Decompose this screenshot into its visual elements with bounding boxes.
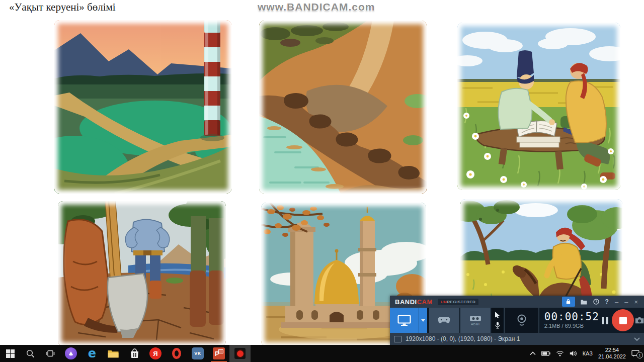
- bandicam-panel: BANDICAM UNREGISTERED ? – – ×: [390, 296, 644, 345]
- system-tray: КАЗ 22:54 21.04.2022 1: [530, 347, 644, 360]
- capture-device-icon: [469, 315, 481, 322]
- taskbar-item-file-explorer[interactable]: [103, 345, 124, 362]
- region-rectangle-icon: [394, 336, 401, 342]
- clock-date: 21.04.2022: [598, 353, 626, 360]
- schedule-clock-button[interactable]: [593, 299, 599, 305]
- windows-logo-icon: [6, 349, 15, 358]
- windows-taskbar: e Я VK: [0, 345, 644, 362]
- taskbar-item-edge[interactable]: e: [82, 345, 103, 362]
- stop-recording-button[interactable]: [612, 309, 634, 331]
- task-view-button[interactable]: [40, 345, 60, 362]
- file-explorer-icon: [108, 349, 119, 358]
- lock-button[interactable]: [562, 297, 575, 307]
- bandicam-app-icon: [234, 348, 246, 359]
- webcam-preview-button[interactable]: [504, 308, 539, 333]
- screen-recording-mode-button[interactable]: [390, 308, 419, 333]
- microsoft-store-icon: [130, 348, 139, 358]
- pause-button[interactable]: [599, 308, 611, 333]
- illustration-reading-scene: [457, 23, 620, 190]
- volume-status[interactable]: [570, 350, 577, 356]
- unregistered-badge: UNREGISTERED: [438, 299, 479, 305]
- opera-browser-icon: [172, 348, 181, 359]
- wifi-icon: [556, 350, 564, 356]
- help-button[interactable]: ?: [605, 298, 609, 305]
- task-view-icon: [46, 350, 55, 357]
- bandicam-titlebar: BANDICAM UNREGISTERED ? – – ×: [390, 296, 644, 308]
- shovel-scene-art: [58, 201, 226, 346]
- slide-title: «Уақыт керуені» бөлімі: [9, 1, 116, 14]
- bandicam-watermark: www.BANDICAM.com: [258, 1, 375, 13]
- edge-browser-icon: e: [88, 347, 96, 359]
- taskbar-item-vk[interactable]: VK: [187, 345, 208, 362]
- taskbar-item-store[interactable]: [124, 345, 145, 362]
- game-recording-mode-button[interactable]: [429, 308, 459, 333]
- speaker-icon: [570, 350, 577, 356]
- minimize-to-tray-button[interactable]: –: [615, 299, 618, 305]
- mouse-cursor-icon[interactable]: [495, 312, 500, 318]
- illustration-milepost-landscape: [54, 20, 231, 194]
- screenshot-button[interactable]: [635, 308, 644, 333]
- start-button[interactable]: [0, 345, 20, 362]
- device-recording-mode-button[interactable]: HDMI: [460, 308, 491, 333]
- battery-icon: [541, 351, 550, 356]
- chevron-up-icon: [530, 351, 536, 355]
- recording-status: 00:00:52 2.1MB / 69.9GB: [539, 308, 599, 333]
- capture-region-info: 1920x1080 - (0, 0), (1920, 1080) - Экран…: [406, 335, 520, 342]
- clock-time: 22:54: [598, 347, 626, 353]
- notification-badge: 1: [636, 352, 643, 358]
- microphone-icon[interactable]: [495, 322, 500, 329]
- monitor-icon: [397, 315, 411, 326]
- hdmi-label: HDMI: [471, 323, 479, 326]
- desktop-screen: «Уақыт керуені» бөлімі www.BANDICAM.com: [0, 0, 644, 362]
- io-icons-column: [492, 308, 504, 333]
- reading-scene-art: [457, 23, 620, 190]
- taskbar-item-alice[interactable]: [60, 345, 82, 362]
- riverbank-art: [259, 21, 427, 194]
- left-boot: [64, 220, 108, 325]
- taskbar-clock[interactable]: 22:54 21.04.2022: [598, 347, 626, 360]
- alice-assistant-icon: [65, 347, 77, 359]
- yandex-browser-icon: Я: [149, 347, 162, 359]
- battery-status[interactable]: [541, 351, 550, 356]
- open-folder-button[interactable]: [581, 299, 587, 305]
- expand-chevron-icon[interactable]: [634, 337, 640, 341]
- search-icon: [26, 349, 35, 358]
- close-button[interactable]: ×: [634, 299, 638, 305]
- taskbar-item-bandicam[interactable]: [229, 345, 251, 362]
- camera-icon: [635, 316, 644, 324]
- illustration-shovel-scene: [58, 201, 226, 346]
- screen-mode-dropdown[interactable]: [419, 308, 427, 333]
- tray-expand-button[interactable]: [530, 351, 536, 355]
- gamepad-icon: [437, 316, 451, 324]
- recording-timer: 00:00:52: [544, 311, 599, 322]
- taskbar-item-yandex-browser[interactable]: Я: [145, 345, 166, 362]
- bandicam-logo: BANDICAM: [395, 298, 433, 306]
- powerpoint-icon: P: [213, 347, 225, 359]
- milepost-landscape-art: [54, 20, 231, 194]
- search-button[interactable]: [20, 345, 40, 362]
- illustration-riverbank: [259, 21, 427, 194]
- stop-icon: [619, 317, 627, 324]
- minimize-button[interactable]: –: [624, 299, 628, 305]
- keyboard-language[interactable]: КАЗ: [583, 350, 593, 356]
- chevron-down-icon: [421, 319, 425, 322]
- network-status[interactable]: [556, 350, 564, 356]
- vk-icon: VK: [192, 347, 204, 359]
- file-size-info: 2.1MB / 69.9GB: [544, 322, 599, 329]
- taskbar-item-opera[interactable]: [166, 345, 187, 362]
- webcam-icon: [516, 314, 527, 326]
- taskbar-item-powerpoint[interactable]: P: [208, 345, 229, 362]
- action-center-button[interactable]: 1: [631, 350, 640, 357]
- bandicam-region-bar: 1920x1080 - (0, 0), (1920, 1080) - Экран…: [390, 333, 644, 345]
- bandicam-main-row: HDMI 00:00:52 2.1MB /: [390, 308, 644, 333]
